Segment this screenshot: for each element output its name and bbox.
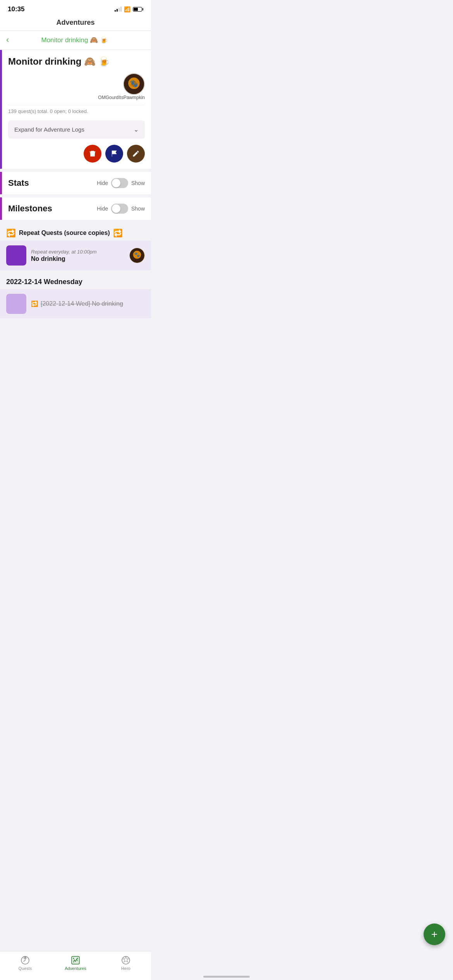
sub-nav-title: Monitor drinking 🙈 🍺 [12,36,145,44]
action-buttons [8,145,145,163]
svg-rect-5 [91,152,94,156]
milestones-label: Milestones [8,204,52,214]
sub-nav: ‹ Monitor drinking 🙈 🍺 [0,31,151,50]
wifi-icon: 📶 [124,6,130,12]
divider-3 [0,220,151,223]
date-quest-repeat-icon: 🔁 [31,300,38,307]
status-icons: 📶 [115,6,143,12]
milestones-show-label: Show [131,206,145,212]
username: OMGourdItsPawmpkin [98,95,145,100]
status-bar: 10:35 📶 [0,0,151,15]
quest-avatar: 🐾 [129,248,145,263]
date-quest-info: 🔁 [2022-12-14 Wed] No drinking [31,300,145,307]
divider-2 [0,194,151,197]
edit-icon [132,150,140,158]
date-header: 2022-12-14 Wednesday [0,273,151,289]
stats-hide-label: Hide [97,180,108,186]
stats-label: Stats [8,178,29,188]
quest-color-block [6,245,26,266]
delete-button[interactable] [84,145,101,163]
svg-text:🐾: 🐾 [134,252,140,257]
stats-row: Stats Hide Show [0,172,151,194]
milestones-toggle[interactable] [111,204,128,214]
avatar-small-image: 🐾 [130,248,144,263]
flag-icon [110,150,118,158]
adventure-card: Monitor drinking 🙈 🍺 🐾 🐾 OMGourdItsPawmp… [0,50,151,169]
divider-4 [0,270,151,273]
content-wrapper: Monitor drinking 🙈 🍺 🐾 🐾 OMGourdItsPawmp… [0,50,151,353]
milestones-toggle-controls: Hide Show [97,204,145,214]
user-section: 🐾 🐾 OMGourdItsPawmpkin [8,73,145,100]
date-quest-name: [2022-12-14 Wed] No drinking [41,300,123,307]
status-time: 10:35 [8,5,24,13]
svg-text:🐾: 🐾 [131,81,137,88]
flag-button[interactable] [105,145,123,163]
quest-info: Repeat everyday, at 10:00pm No drinking [31,249,125,262]
nav-header: Adventures [0,15,151,31]
quest-count: 139 quest(s) total. 0 open; 0 locked. [8,105,145,114]
adventure-title: Monitor drinking 🙈 🍺 [8,56,145,67]
milestones-row: Milestones Hide Show [0,197,151,220]
edit-button[interactable] [127,145,145,163]
battery-icon [133,7,143,12]
quest-schedule: Repeat everyday, at 10:00pm [31,249,125,255]
repeat-quest-item[interactable]: Repeat everyday, at 10:00pm No drinking … [0,241,151,270]
expand-adventure-logs[interactable]: Expand for Adventure Logs ⌄ [8,120,145,139]
avatar: 🐾 🐾 [123,73,145,95]
signal-icon [115,7,122,12]
repeat-icon-left: 🔁 [6,228,16,238]
trash-icon [89,150,96,158]
quest-name: No drinking [31,255,125,262]
repeat-title: Repeat Quests (source copies) [19,230,110,236]
page-title: Adventures [56,19,94,26]
divider-1 [0,169,151,172]
stats-toggle[interactable] [111,178,128,188]
expand-label: Expand for Adventure Logs [14,126,84,133]
stats-toggle-controls: Hide Show [97,178,145,188]
repeat-quests-header: 🔁 Repeat Quests (source copies) 🔁 [0,223,151,241]
chevron-down-icon: ⌄ [134,126,139,133]
date-quest-color-block [6,294,26,314]
repeat-icon-right: 🔁 [113,228,123,238]
stats-show-label: Show [131,180,145,186]
back-button[interactable]: ‹ [6,35,9,45]
avatar-image: 🐾 🐾 [124,73,144,95]
date-quest-item[interactable]: 🔁 [2022-12-14 Wed] No drinking [0,289,151,319]
milestones-hide-label: Hide [97,206,108,212]
date-title: 2022-12-14 Wednesday [6,278,82,286]
